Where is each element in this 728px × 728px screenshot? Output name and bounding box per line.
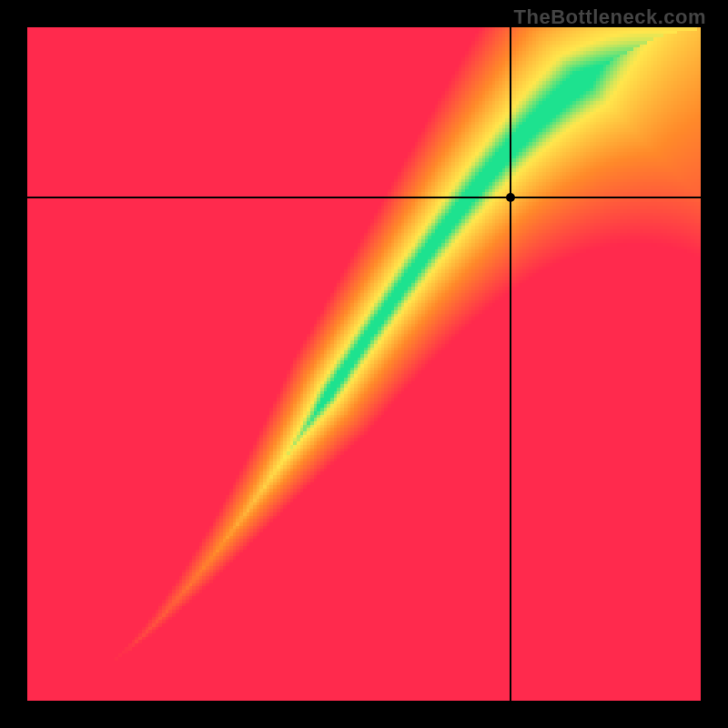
heatmap-plot	[27, 27, 701, 701]
heatmap-canvas	[27, 27, 701, 701]
crosshair-vertical	[510, 27, 511, 701]
crosshair-horizontal	[27, 197, 701, 198]
marker-dot	[506, 193, 515, 202]
watermark-text: TheBottleneck.com	[514, 5, 706, 29]
chart-frame: TheBottleneck.com	[0, 0, 728, 728]
